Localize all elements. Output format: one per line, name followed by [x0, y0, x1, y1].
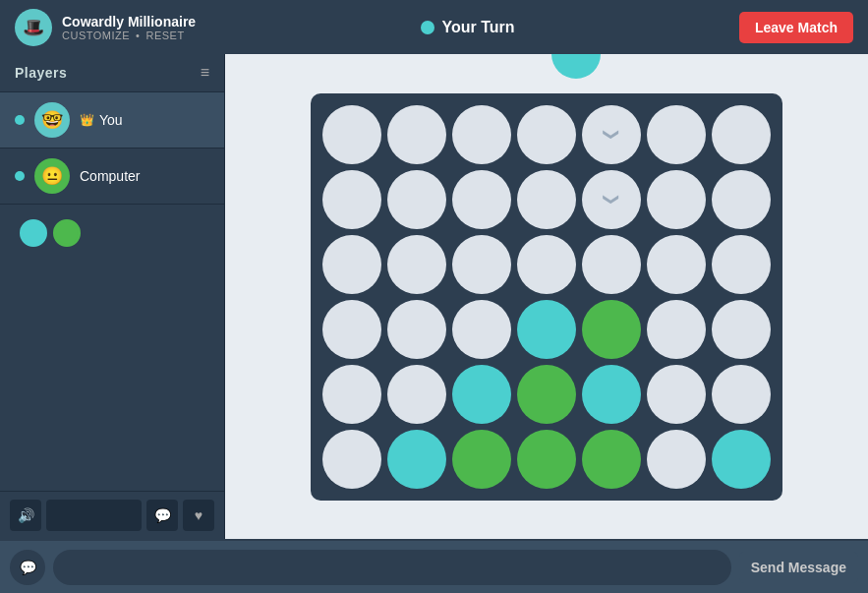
- game-area[interactable]: [225, 54, 868, 539]
- chat-bottom: 💬 Send Message: [0, 539, 868, 593]
- turn-dot: [421, 21, 434, 34]
- leave-match-button[interactable]: Leave Match: [739, 12, 853, 43]
- cell[interactable]: [517, 365, 576, 424]
- cell[interactable]: [517, 430, 576, 489]
- cell[interactable]: [582, 365, 641, 424]
- cell[interactable]: [647, 235, 706, 294]
- cell[interactable]: [322, 430, 381, 489]
- cell[interactable]: [712, 365, 771, 424]
- sidebar: Players ≡ 🤓 👑 You 😐 Computer: [0, 54, 225, 539]
- cell[interactable]: [387, 300, 446, 359]
- cell[interactable]: [387, 365, 446, 424]
- player-status-dot-you: [15, 115, 25, 125]
- chat-icon-button[interactable]: 💬: [146, 500, 178, 531]
- dot-separator: •: [136, 30, 140, 41]
- player-item-computer[interactable]: 😐 Computer: [0, 148, 224, 205]
- turn-label: Your Turn: [442, 19, 515, 36]
- app-title-block: Cowardly Millionaire CUSTOMIZE • RESET: [62, 14, 196, 41]
- header: 🎩 Cowardly Millionaire CUSTOMIZE • RESET…: [0, 0, 868, 54]
- cell[interactable]: [322, 365, 381, 424]
- player-avatar-computer: 😐: [34, 158, 70, 194]
- cell[interactable]: [322, 235, 381, 294]
- reset-link[interactable]: RESET: [145, 30, 184, 41]
- cell[interactable]: [582, 105, 641, 164]
- game-board[interactable]: [311, 93, 782, 501]
- cell[interactable]: [582, 235, 641, 294]
- cell[interactable]: [647, 170, 706, 229]
- cell[interactable]: [387, 235, 446, 294]
- customize-link[interactable]: CUSTOMIZE: [62, 30, 130, 41]
- player-name-block-you: 👑 You: [80, 112, 123, 128]
- player-name-you: You: [99, 112, 123, 128]
- score-circle-2: [53, 219, 81, 247]
- app-title: Cowardly Millionaire: [62, 14, 196, 30]
- cell[interactable]: [517, 105, 576, 164]
- score-area: [0, 205, 224, 262]
- app-container: 🎩 Cowardly Millionaire CUSTOMIZE • RESET…: [0, 0, 868, 593]
- player-status-dot-computer: [15, 171, 25, 181]
- cell[interactable]: [517, 170, 576, 229]
- cell[interactable]: [647, 300, 706, 359]
- cell[interactable]: [712, 430, 771, 489]
- cell[interactable]: [582, 430, 641, 489]
- player-avatar-you: 🤓: [34, 102, 70, 138]
- player-name-computer: Computer: [80, 168, 140, 184]
- cell[interactable]: [647, 365, 706, 424]
- cell[interactable]: [517, 235, 576, 294]
- cell[interactable]: [712, 300, 771, 359]
- cell[interactable]: [582, 300, 641, 359]
- chat-emoji-button[interactable]: 💬: [10, 550, 45, 585]
- send-message-button[interactable]: Send Message: [739, 552, 858, 583]
- msg-input-wrap: [46, 500, 142, 531]
- cell[interactable]: [712, 170, 771, 229]
- main-area: Players ≡ 🤓 👑 You 😐 Computer: [0, 54, 868, 539]
- player-name-block-computer: Computer: [80, 168, 140, 184]
- chat-input[interactable]: [53, 550, 731, 585]
- cell[interactable]: [452, 105, 511, 164]
- sidebar-header: Players ≡: [0, 54, 224, 92]
- cell[interactable]: [647, 105, 706, 164]
- heart-icon-button[interactable]: ♥: [183, 500, 214, 531]
- app-avatar: 🎩: [15, 9, 52, 46]
- cell[interactable]: [452, 235, 511, 294]
- player-item-you[interactable]: 🤓 👑 You: [0, 92, 224, 148]
- cell[interactable]: [452, 430, 511, 489]
- cell[interactable]: [322, 300, 381, 359]
- hover-piece: [551, 54, 601, 79]
- header-left: 🎩 Cowardly Millionaire CUSTOMIZE • RESET: [15, 9, 196, 46]
- cell[interactable]: [387, 170, 446, 229]
- players-title: Players: [15, 65, 67, 81]
- sidebar-bottom: 🔊 💬 ♥: [0, 491, 224, 539]
- cell[interactable]: [517, 300, 576, 359]
- cell[interactable]: [322, 105, 381, 164]
- cell[interactable]: [452, 170, 511, 229]
- cell[interactable]: [452, 365, 511, 424]
- cell[interactable]: [387, 105, 446, 164]
- sound-button[interactable]: 🔊: [10, 500, 41, 531]
- cell[interactable]: [452, 300, 511, 359]
- filter-icon[interactable]: ≡: [201, 64, 209, 82]
- cell[interactable]: [582, 170, 641, 229]
- cell[interactable]: [387, 430, 446, 489]
- player-crown-you: 👑: [80, 113, 94, 127]
- header-center: Your Turn: [421, 19, 515, 36]
- score-circle-1: [20, 219, 47, 247]
- cell[interactable]: [647, 430, 706, 489]
- cell[interactable]: [322, 170, 381, 229]
- cell[interactable]: [712, 235, 771, 294]
- board-wrapper: [311, 93, 782, 501]
- app-subtitle: CUSTOMIZE • RESET: [62, 30, 196, 41]
- cell[interactable]: [712, 105, 771, 164]
